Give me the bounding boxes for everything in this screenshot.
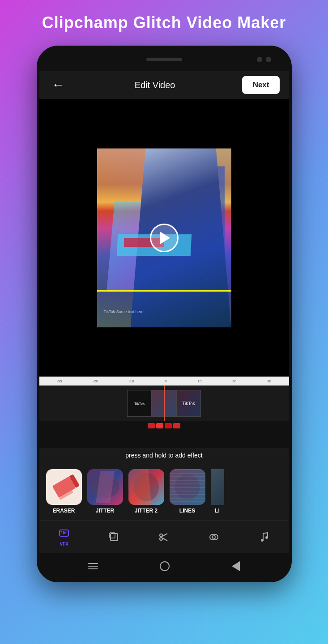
ruler-mark: -20 — [93, 379, 98, 383]
crop-icon — [108, 531, 120, 543]
phone-top-bar — [39, 48, 289, 71]
nav-line-1 — [88, 563, 98, 564]
effect-thumb-jitter — [87, 469, 123, 505]
ruler-mark: 0 — [165, 379, 166, 383]
svg-rect-3 — [111, 534, 118, 541]
next-button[interactable]: Next — [242, 76, 280, 94]
ruler-mark: -30 — [57, 379, 62, 383]
nav-home-icon — [160, 561, 170, 571]
jitter2-label: JITTER 2 — [135, 508, 158, 514]
nav-menu-button[interactable] — [88, 563, 98, 569]
svg-point-5 — [160, 534, 162, 537]
header-title: Edit Video — [135, 80, 175, 90]
lines-label: LINES — [179, 508, 195, 514]
effects-bar: ERASER JITTER — [39, 462, 289, 521]
nav-line-3 — [88, 568, 98, 569]
effect-item-lines[interactable]: LINES — [170, 469, 205, 514]
nav-menu-icon — [88, 563, 98, 569]
eraser-label: ERASER — [52, 508, 75, 514]
clip-thumb-1: TikTok — [127, 390, 152, 417]
ruler-mark: -10 — [129, 379, 134, 383]
svg-point-12 — [265, 536, 268, 539]
ruler-mark: 20 — [232, 379, 236, 383]
clip-thumb-3: TikTok — [176, 390, 201, 417]
ruler-mark: 30 — [267, 379, 271, 383]
svg-line-8 — [162, 538, 167, 541]
effect-item-extra[interactable]: LI — [211, 469, 224, 514]
timeline-cursor — [164, 386, 165, 421]
page-title: Clipchamp Glitch Video Maker — [0, 0, 328, 41]
effect-thumb-lines — [170, 469, 205, 505]
music-icon — [258, 531, 270, 543]
toolbar-item-crop[interactable] — [102, 527, 126, 547]
app-screen: ← Edit Video Next — [39, 71, 289, 553]
effect-hint: press and hold to add effect — [39, 448, 289, 462]
play-button[interactable] — [150, 224, 179, 252]
phone-frame: ← Edit Video Next — [37, 46, 292, 582]
timeline-ruler: -30 -20 -10 0 10 20 30 — [39, 377, 289, 386]
video-thumbnail: TikTok Some text here — [97, 148, 231, 327]
vfx-label: VFX — [60, 542, 68, 547]
bottom-toolbar: VFX — [39, 521, 289, 553]
camera-dot-1 — [257, 57, 262, 62]
clip-label-3: TikTok — [182, 401, 195, 406]
camera-dot-2 — [266, 57, 271, 62]
video-preview: TikTok Some text here — [39, 99, 289, 377]
svg-line-7 — [162, 534, 167, 536]
nav-back-button[interactable] — [232, 561, 240, 571]
toolbar-item-vfx[interactable]: VFX — [52, 524, 76, 550]
effect-item-jitter[interactable]: JITTER — [87, 469, 123, 514]
marker-block-4 — [173, 423, 180, 428]
nav-home-button[interactable] — [160, 561, 170, 571]
vfx-icon — [58, 527, 70, 540]
timeline-marker — [148, 423, 180, 428]
marker-block-3 — [165, 423, 172, 428]
effect-thumb-extra — [211, 469, 224, 505]
marker-block-2 — [156, 423, 163, 428]
scissors-icon — [158, 531, 170, 543]
app-header: ← Edit Video Next — [39, 71, 289, 99]
toolbar-item-cut[interactable] — [152, 527, 175, 547]
page-wrapper: Clipchamp Glitch Video Maker ← Edit Vide… — [0, 0, 328, 644]
toolbar-item-blend[interactable] — [202, 527, 226, 547]
effect-thumb-eraser — [46, 469, 82, 505]
marker-block-1 — [148, 423, 155, 428]
blend-icon — [208, 531, 220, 543]
svg-point-1 — [61, 531, 62, 533]
phone-speaker — [146, 58, 182, 61]
glitch-bar — [97, 290, 231, 292]
nav-line-2 — [88, 566, 98, 567]
tiktok-watermark: TikTok Some text here — [104, 309, 144, 314]
jitter-label: JITTER — [96, 508, 114, 514]
extra-label: LI — [215, 508, 220, 514]
timeline-marker-row — [39, 421, 289, 430]
effect-item-jitter2[interactable]: JITTER 2 — [128, 469, 164, 514]
ruler-mark: 10 — [198, 379, 202, 383]
phone-wrapper: ← Edit Video Next — [0, 41, 328, 582]
timeline-section: TikTok TikTok — [39, 386, 289, 448]
play-triangle-icon — [160, 232, 170, 244]
nav-back-icon — [232, 561, 240, 571]
back-button[interactable]: ← — [48, 74, 68, 96]
ruler-marks: -30 -20 -10 0 10 20 30 — [42, 379, 287, 383]
phone-cameras — [257, 57, 271, 62]
phone-bottom-bar — [39, 553, 289, 580]
clip-label-1: TikTok — [134, 402, 145, 406]
timeline-track[interactable]: TikTok TikTok — [39, 386, 289, 421]
effect-item-eraser[interactable]: ERASER — [46, 469, 82, 514]
svg-point-6 — [160, 538, 162, 540]
effect-thumb-jitter2 — [128, 469, 164, 505]
svg-marker-2 — [63, 531, 67, 534]
toolbar-item-music[interactable] — [252, 527, 276, 547]
svg-point-11 — [261, 539, 264, 542]
